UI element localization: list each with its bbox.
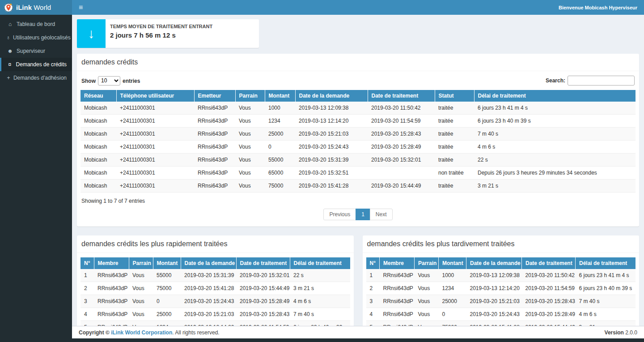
column-header[interactable]: Membre [380,257,415,269]
table-cell: 1234 [265,115,295,128]
table-row: 2RRnsi643dPVous750002019-03-20 15:41:282… [80,282,350,295]
table-cell: non traitée [435,167,474,180]
infobox-value: 2 jours 7 h 56 m 12 s [110,31,212,39]
column-header[interactable]: Parrain [235,90,265,102]
table-cell: Vous [129,321,153,326]
column-header[interactable]: Date de traitement [236,257,290,269]
table-cell: +24111000301 [116,115,194,128]
column-header[interactable]: Date de la demande [181,257,236,269]
table-cell: Mobicash [80,180,116,192]
table-cell: 2019-03-20 15:32:01 [368,154,435,167]
pagination-next-button[interactable]: Next [370,209,393,220]
table-cell: 2019-03-20 15:28:43 [522,295,576,308]
column-header[interactable]: Délai de traitement [576,257,636,269]
table-row: 5RRnsi643dPVous12342019-03-13 12:14:2020… [80,321,350,326]
table-cell: 2019-03-20 15:28:49 [236,295,290,308]
column-header[interactable]: N° [366,257,380,269]
column-header[interactable]: Montant [153,257,181,269]
table-cell: 2019-03-20 15:28:43 [236,308,290,321]
avg-processing-time-infobox: ↓ TEMPS MOYEN DE TRAITEMENT ENTRANT 2 jo… [77,19,259,48]
table-cell: 2019-03-20 15:28:49 [522,308,576,321]
table-header-row: N°MembreParrainMontantDate de la demande… [80,257,350,269]
column-header[interactable]: Réseau [80,90,116,102]
app-logo[interactable]: iLink World [0,0,72,15]
table-cell: traitée [435,128,474,141]
table-cell: 3 m 21 s [474,180,636,192]
column-header[interactable]: N° [80,257,94,269]
sidebar-item-label: Tableau de bord [17,21,55,27]
table-cell: RRnsi643dP [380,282,415,295]
table-cell: Mobicash [80,167,116,180]
table-cell: 2019-03-13 12:14:20 [295,115,368,128]
column-header[interactable]: Délai de traitement [474,90,636,102]
table-cell: Mobicash [80,115,116,128]
pagination-previous-button[interactable]: Previous [323,209,356,220]
table-cell: 2019-03-20 11:54:59 [368,115,435,128]
table-cell: RRnsi643dP [94,321,129,326]
table-cell: +24111000301 [116,141,194,154]
table-cell: 2019-03-13 12:14:20 [466,282,522,295]
sidebar-item-membership-requests[interactable]: + Demandes d'adhésion [0,71,72,85]
column-header[interactable]: Montant [439,257,466,269]
table-row: Mobicash+24111000301RRnsi643dPVous250002… [80,128,636,141]
pagination-page-1-button[interactable]: 1 [356,209,370,220]
table-cell: 2019-03-20 15:28:43 [368,128,435,141]
infobox-label: TEMPS MOYEN DE TRAITEMENT ENTRANT [110,24,212,29]
column-header[interactable]: Délai de traitement [290,257,350,269]
page-length-select[interactable]: 10 [98,76,120,86]
table-row: 3RRnsi643dPVous250002019-03-20 15:21:032… [366,295,636,308]
credit-requests-panel: demandes crédits Show10entries Search: R… [77,54,639,227]
column-header[interactable]: Montant [265,90,295,102]
table-cell: 4 m 6 s [474,141,636,154]
table-cell: 2019-03-20 15:32:51 [295,167,368,180]
table-row: Mobicash+24111000301RRnsi643dPVous650002… [80,167,636,180]
table-cell: 6 jours 23 h 41 m 4 s [474,102,636,115]
sidebar-toggle-icon[interactable]: ≡ [79,4,83,11]
membership-requests-icon: + [6,75,11,81]
table-row: 4RRnsi643dPVous02019-03-20 15:24:432019-… [366,308,636,321]
table-cell: 1 [366,269,380,282]
fastest-processed-panel-title: demandes crédits les plus rapidement tra… [77,235,354,253]
sidebar-item-supervisor[interactable]: ☻ Superviseur [0,44,72,58]
sidebar-item-credit-requests[interactable]: ¤ Demandes de crédits [0,58,72,71]
welcome-text: Bienvenue Mobicash Hyperviseur [559,5,637,10]
table-cell: +24111000301 [116,102,194,115]
table-cell: 2019-03-20 15:44:49 [522,321,576,326]
table-cell: RRnsi643dP [194,128,235,141]
column-header[interactable]: Membre [94,257,129,269]
table-cell: Vous [235,115,265,128]
table-cell: 2019-03-20 15:28:49 [368,141,435,154]
table-cell: 1234 [439,282,466,295]
column-header[interactable]: Statut [435,90,474,102]
table-cell: Vous [415,308,439,321]
sidebar-item-geolocated-users[interactable]: ♁ Utilisateurs géolocalisés [0,31,72,44]
table-cell: 1000 [265,102,295,115]
table-cell: 2019-03-20 15:32:01 [236,269,290,282]
table-cell: Depuis 26 jours 3 heures 29 minutes 34 s… [474,167,636,180]
table-row: 2RRnsi643dPVous12342019-03-13 12:14:2020… [366,282,636,295]
table-cell: 7 m 40 s [576,295,636,308]
table-cell: 6 jours 23 h 40 m 39 s [576,282,636,295]
column-header[interactable]: Date de traitement [368,90,435,102]
slowest-processed-panel-body: N°MembreParrainMontantDate de la demande… [363,253,640,326]
table-head: N°MembreParrainMontantDate de la demande… [366,257,636,269]
column-header[interactable]: Date de traitement [522,257,576,269]
sidebar-item-dashboard[interactable]: ⌂ Tableau de bord [0,17,72,31]
fastest-processed-panel-body: N°MembreParrainMontantDate de la demande… [77,253,354,326]
column-header[interactable]: Date de la demande [466,257,522,269]
fastest-processed-panel: demandes crédits les plus rapidement tra… [77,235,354,326]
column-header[interactable]: Parrain [415,257,439,269]
search-input[interactable] [568,76,635,86]
column-header[interactable]: Téléphone utilisateur [116,90,194,102]
table-header-row: N°MembreParrainMontantDate de la demande… [366,257,636,269]
sidebar-item-label: Demandes d'adhésion [13,75,67,81]
table-cell: 6 jours 23 h 40 m 39 s [474,115,636,128]
table-cell: Vous [129,282,153,295]
table-cell: 0 [265,141,295,154]
credit-requests-icon: ¤ [6,61,13,68]
table-body: Mobicash+24111000301RRnsi643dPVous100020… [80,102,636,192]
column-header[interactable]: Emetteur [194,90,235,102]
column-header[interactable]: Date de la demande [295,90,368,102]
company-link[interactable]: iLink World Corporation [111,329,172,336]
column-header[interactable]: Parrain [129,257,153,269]
